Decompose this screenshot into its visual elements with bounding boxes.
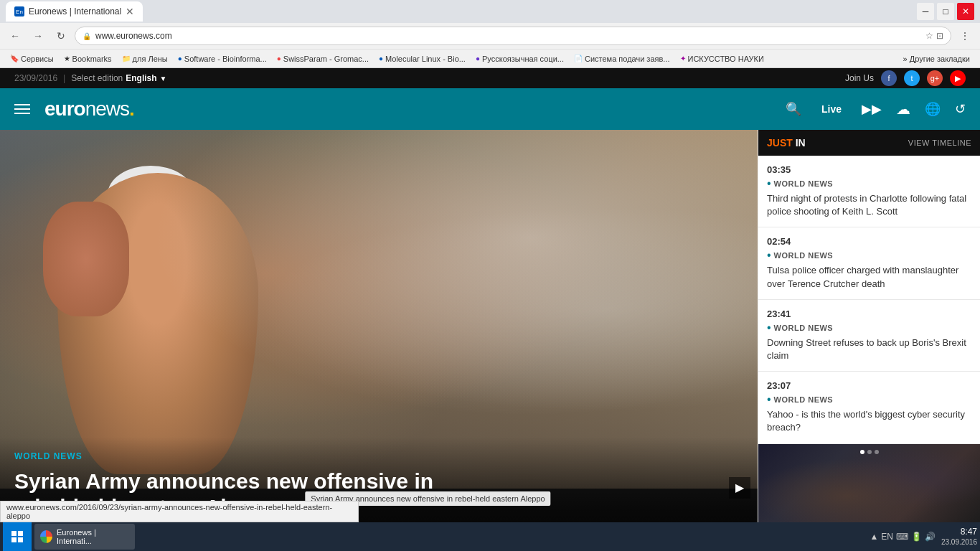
bookmark-art[interactable]: ✦ ИСКУССТВО НАУКИ (676, 53, 768, 65)
news-time-1: 03:35 (767, 164, 971, 175)
edition-value: English (126, 73, 156, 83)
twitter-icon[interactable]: t (904, 70, 920, 86)
bookmark-services[interactable]: 🔖 Сервисы (6, 53, 58, 65)
news-time-3: 23:41 (767, 309, 971, 319)
news-headline-3[interactable]: Downing Street refuses to back up Boris'… (767, 336, 971, 362)
site-top-right: Join Us f t g+ ▶ (845, 70, 966, 86)
bookmark-molecular[interactable]: ● Molecular Linux - Bio... (374, 53, 470, 65)
tab-close-button[interactable]: ✕ (126, 6, 134, 17)
browser-tab[interactable]: En Euronews | International ✕ (6, 1, 143, 22)
bookmark-more[interactable]: » Другие закладки (899, 53, 974, 65)
logo-dot: . (129, 98, 134, 120)
system-icons: ▲ EN ⌨ 🔋 🔊 (870, 532, 936, 542)
back-button[interactable]: ← (6, 27, 24, 45)
close-button[interactable]: ✕ (957, 3, 974, 20)
network-icon[interactable]: ▲ (870, 532, 878, 542)
bookmark-bookmarks[interactable]: ★ Bookmarks (60, 53, 116, 65)
news-headline-1[interactable]: Third night of protests in Charlotte fol… (767, 192, 971, 218)
news-dot-icon-3: • (767, 322, 771, 334)
address-actions: ☆ ⊡ (925, 31, 943, 41)
bookmark-russian[interactable]: ● Русскоязычная соци... (471, 53, 568, 65)
child-shape (43, 202, 129, 316)
bookmark-software[interactable]: ● Software - Bioinforma... (174, 53, 271, 65)
join-us-button[interactable]: Join Us (845, 73, 874, 83)
battery-icon[interactable]: 🔋 (911, 532, 922, 542)
bm-favicon: ● (277, 55, 281, 62)
dot-3 (875, 450, 879, 454)
bookmark-star-icon[interactable]: ☆ (925, 31, 933, 41)
news-meta-3: • WORLD NEWS (767, 322, 971, 334)
news-headline-2[interactable]: Tulsa police officer charged with mansla… (767, 264, 971, 290)
news-time-2: 02:54 (767, 236, 971, 247)
site-logo[interactable]: euronews. (44, 98, 134, 121)
taskbar-chrome-label: Euronews | Internati... (57, 528, 129, 545)
carousel-dots (860, 450, 879, 454)
bookmark-dlena[interactable]: 📁 для Лены (118, 53, 172, 65)
news-headline-4[interactable]: Yahoo - is this the world's biggest cybe… (767, 408, 971, 434)
bookmark-label: Software - Bioinforma... (184, 55, 267, 63)
hero-section: WORLD NEWS Syrian Army announces new off… (0, 130, 758, 551)
news-item-3: 23:41 • WORLD NEWS Downing Street refuse… (758, 300, 980, 372)
browser-chrome: En Euronews | International ✕ ─ □ ✕ ← → … (0, 0, 980, 68)
news-meta-2: • WORLD NEWS (767, 250, 971, 261)
address-bar-row: ← → ↻ 🔒 www.euronews.com ☆ ⊡ ⋮ (0, 23, 980, 49)
keyboard-icon[interactable]: ⌨ (896, 532, 908, 542)
taskbar-chrome-item[interactable]: Euronews | Internati... (34, 524, 135, 550)
view-timeline-button[interactable]: VIEW TIMELINE (908, 138, 971, 147)
hero-image (0, 130, 758, 489)
bm-favicon: ✦ (680, 55, 686, 62)
globe-icon[interactable]: 🌐 (925, 101, 941, 117)
title-bar: En Euronews | International ✕ ─ □ ✕ (0, 0, 980, 23)
logo-euro: euro (44, 98, 85, 120)
news-dot-icon-2: • (767, 250, 771, 261)
minimize-button[interactable]: ─ (917, 3, 934, 20)
bookmark-icon: 🔖 (10, 55, 19, 62)
play-icon[interactable]: ▶▶ (862, 101, 882, 117)
maximize-button[interactable]: □ (937, 3, 954, 20)
bookmark-podacha[interactable]: 📄 Система подачи заяв... (570, 53, 674, 65)
start-button[interactable] (3, 522, 32, 551)
bookmarks-bar: 🔖 Сервисы ★ Bookmarks 📁 для Лены ● Softw… (0, 49, 980, 67)
bookmark-swissparam[interactable]: ● SwissParam - Gromac... (273, 53, 373, 65)
live-button[interactable]: Live (816, 100, 847, 118)
hamburger-menu[interactable] (14, 104, 30, 114)
bookmark-label: » Другие закладки (903, 55, 970, 63)
facebook-icon[interactable]: f (881, 70, 897, 86)
news-category-3: WORLD NEWS (774, 324, 834, 332)
news-category-4: WORLD NEWS (774, 395, 834, 404)
news-time-4: 23:07 (767, 380, 971, 391)
windows-logo-icon (11, 531, 23, 542)
right-sidebar: JUST IN VIEW TIMELINE 03:35 • WORLD NEWS… (758, 130, 980, 551)
weather-icon[interactable]: ☁ (896, 100, 910, 118)
bookmark-label: Bookmarks (72, 55, 112, 63)
bm-favicon: ● (178, 55, 182, 62)
date-display: 23/09/2016 (14, 73, 57, 83)
folder-icon: 📁 (122, 55, 131, 62)
bm-favicon: ● (476, 55, 480, 62)
logo-news: news (85, 98, 129, 120)
hamburger-line (14, 104, 30, 105)
translate-icon[interactable]: ⊡ (936, 31, 943, 41)
dot-2 (867, 450, 872, 454)
window-controls: ─ □ ✕ (917, 3, 974, 20)
address-box[interactable]: 🔒 www.euronews.com ☆ ⊡ (75, 27, 951, 45)
youtube-icon[interactable]: ▶ (950, 70, 966, 86)
dot-1 (860, 450, 864, 454)
main-content: WORLD NEWS Syrian Army announces new off… (0, 130, 980, 551)
refresh-icon[interactable]: ↺ (955, 101, 966, 117)
hero-next-arrow[interactable]: ▶ (729, 477, 750, 499)
news-dot-icon-4: • (767, 394, 771, 405)
taskbar-lang[interactable]: EN (881, 532, 893, 542)
extensions-button[interactable]: ⋮ (956, 27, 974, 45)
video-thumbnail[interactable] (758, 444, 980, 530)
volume-icon[interactable]: 🔊 (925, 532, 936, 542)
news-item-2: 02:54 • WORLD NEWS Tulsa police officer … (758, 227, 980, 299)
news-item-1: 03:35 • WORLD NEWS Third night of protes… (758, 156, 980, 227)
edition-selector[interactable]: Select edition English ▼ (71, 73, 166, 83)
time-display: 8:47 (941, 527, 977, 538)
forward-button[interactable]: → (29, 27, 47, 45)
reload-button[interactable]: ↻ (52, 27, 70, 45)
search-icon[interactable]: 🔍 (786, 101, 801, 117)
googleplus-icon[interactable]: g+ (927, 70, 943, 86)
just-in-orange: JUST (767, 137, 793, 149)
